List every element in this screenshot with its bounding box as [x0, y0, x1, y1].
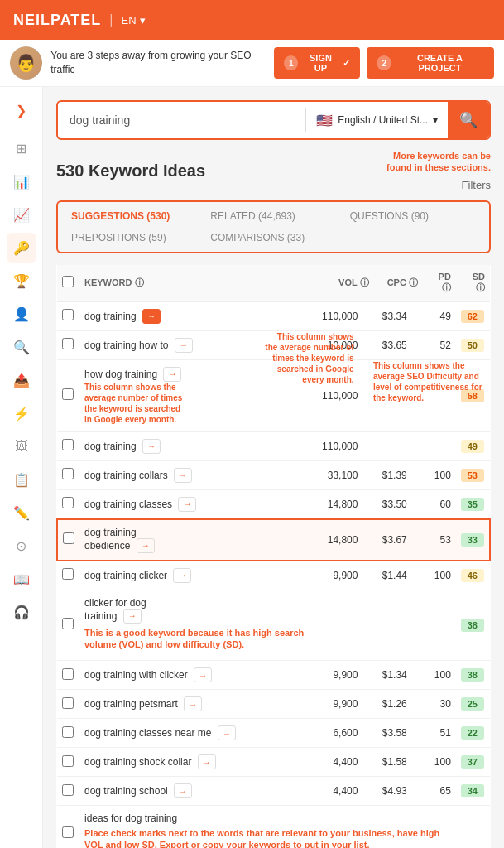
- sidebar-item-export[interactable]: 📤: [7, 365, 36, 395]
- search-icon: 🔍: [459, 111, 478, 129]
- sd-badge: 38: [461, 668, 484, 682]
- sidebar-item-support[interactable]: 🎧: [7, 597, 36, 627]
- row-checkbox[interactable]: [62, 338, 74, 349]
- row-checkbox[interactable]: [62, 309, 74, 320]
- annotation-checkmarks: Place check marks next to the words that…: [84, 827, 451, 848]
- logo: NEILPATEL: [13, 12, 101, 29]
- keyword-link-button[interactable]: →: [178, 497, 196, 512]
- vol-value: 14,800: [313, 519, 363, 561]
- table-row: dog training petsmart → 9,900 $1.26 30 2…: [57, 690, 490, 719]
- search-input[interactable]: [58, 105, 305, 135]
- header: NEILPATEL | EN ▾: [0, 0, 504, 40]
- keyword-text: dog training school: [84, 785, 168, 797]
- banner: 👨 You are 3 steps away from growing your…: [0, 40, 504, 87]
- sidebar-item-keywords[interactable]: 🔑: [7, 233, 36, 263]
- keyword-link-button[interactable]: →: [194, 667, 212, 682]
- keyword-text: dog training: [84, 440, 137, 451]
- cpc-value: $3.58: [374, 719, 412, 748]
- keyword-text: dog training collars: [84, 469, 168, 480]
- sidebar-toggle[interactable]: ❯: [8, 97, 35, 123]
- row-checkbox[interactable]: [62, 388, 74, 400]
- row-checkbox[interactable]: [62, 755, 74, 767]
- vol-value: 10,000 This column shows the average num…: [313, 330, 363, 359]
- col-sd: SD ⓘ: [456, 265, 490, 301]
- keyword-link-button[interactable]: →: [137, 538, 155, 553]
- keyword-link-button[interactable]: →: [174, 468, 192, 483]
- row-checkbox[interactable]: [62, 468, 74, 479]
- cpc-value: $3.34: [374, 301, 412, 331]
- sidebar-item-speed[interactable]: ⚡: [7, 398, 36, 428]
- sidebar-item-analytics[interactable]: 📊: [7, 166, 36, 196]
- row-checkbox[interactable]: [62, 784, 74, 796]
- sidebar-item-list[interactable]: 📋: [7, 465, 36, 494]
- sidebar-item-chart[interactable]: 📈: [7, 200, 36, 229]
- sd-badge: 35: [461, 498, 484, 511]
- keyword-link-button[interactable]: →: [163, 367, 181, 382]
- annotation-seo-text: This column shows the average SEO Diffic…: [373, 360, 489, 403]
- tab-prepositions[interactable]: PREPOSITIONS (59): [65, 229, 204, 247]
- sidebar-item-edit[interactable]: ✏️: [7, 498, 36, 528]
- sidebar-item-users[interactable]: 👤: [7, 299, 36, 329]
- banner-line1: You are 3 steps away from: [50, 50, 168, 61]
- keyword-text: dog training how to: [84, 339, 168, 350]
- row-checkbox[interactable]: [62, 618, 74, 629]
- row-checkbox[interactable]: [62, 826, 74, 838]
- sidebar-item-rankings[interactable]: 🏆: [7, 266, 36, 296]
- vol-value: 14,800: [313, 489, 363, 519]
- sd-badge: 25: [461, 697, 484, 711]
- keyword-link-button[interactable]: →: [142, 309, 161, 324]
- keyword-link-button[interactable]: →: [198, 754, 216, 769]
- row-checkbox[interactable]: [62, 497, 74, 508]
- sd-badge: 38: [461, 619, 484, 632]
- keywords-table: KEYWORD ⓘ VOL ⓘ CPC ⓘ PD ⓘ SD ⓘ dog trai…: [56, 265, 491, 848]
- cpc-value: $3.67: [374, 519, 412, 561]
- avatar-image: 👨: [10, 46, 42, 80]
- keyword-ideas-title: 530 Keyword Ideas: [56, 161, 205, 181]
- pd-value: 30: [423, 690, 456, 719]
- tab-questions[interactable]: QUESTIONS (90): [343, 207, 482, 225]
- sidebar-item-dashboard[interactable]: ⊞: [7, 133, 36, 163]
- tab-related[interactable]: RELATED (44,693): [204, 207, 343, 225]
- table-row: ideas for dog training Place check marks…: [57, 806, 490, 848]
- row-checkbox[interactable]: [62, 726, 74, 738]
- select-all-checkbox[interactable]: [62, 276, 74, 287]
- filters-button[interactable]: Filters: [462, 179, 491, 191]
- sidebar-item-book[interactable]: 📖: [7, 564, 36, 594]
- keyword-link-button[interactable]: →: [184, 696, 202, 711]
- language-dropdown[interactable]: 🇺🇸 English / United St... ▾: [306, 106, 448, 135]
- tab-suggestions[interactable]: SUGGESTIONS (530): [65, 207, 204, 225]
- signup-button[interactable]: 1 SIGN UP ✓: [274, 47, 360, 79]
- pd-value: [423, 431, 456, 460]
- row-checkbox[interactable]: [62, 568, 74, 580]
- main-layout: ❯ ⊞ 📊 📈 🔑 🏆 👤 🔍 📤 ⚡ 🖼 📋 ✏️ ⊙ 📖 🎧 🇺🇸 Engl…: [0, 87, 504, 848]
- table-row: dog training classes → 14,800 $3.50 60 3…: [57, 489, 490, 519]
- create-project-button[interactable]: 2 CREATE A PROJECT: [367, 47, 494, 79]
- sd-badge: 49: [461, 440, 484, 453]
- row-checkbox[interactable]: [62, 668, 74, 680]
- sd-badge: [461, 833, 484, 836]
- keyword-link-button[interactable]: →: [173, 568, 191, 583]
- row-checkbox[interactable]: [62, 697, 74, 709]
- keyword-link-button[interactable]: →: [175, 338, 193, 353]
- sidebar-item-search[interactable]: 🔍: [7, 332, 36, 362]
- keyword-link-button[interactable]: →: [123, 609, 142, 624]
- table-row: dog training collars → 33,100 $1.39 100 …: [57, 460, 490, 489]
- row-checkbox[interactable]: [63, 532, 74, 544]
- table-row-highlighted: dog trainingobedience → 14,800 $3.67 53 …: [57, 519, 490, 561]
- keyword-link-button[interactable]: →: [218, 725, 236, 740]
- keyword-link-button[interactable]: →: [142, 439, 161, 454]
- vol-value: 33,100: [313, 460, 363, 489]
- search-button[interactable]: 🔍: [448, 102, 489, 138]
- sd-badge: 33: [461, 533, 484, 547]
- sd-badge: 22: [461, 726, 484, 740]
- row-checkbox[interactable]: [62, 439, 74, 450]
- sidebar-item-target[interactable]: ⊙: [7, 531, 36, 561]
- cpc-value: $1.34: [374, 661, 412, 690]
- table-row: dog training shock collar → 4,400 $1.58 …: [57, 748, 490, 777]
- sidebar-item-image[interactable]: 🖼: [7, 431, 36, 461]
- sd-badge: 37: [461, 755, 484, 768]
- pd-value: 60: [423, 489, 456, 519]
- tab-comparisons[interactable]: COMPARISONS (33): [204, 229, 343, 247]
- language-selector[interactable]: EN ▾: [122, 14, 146, 26]
- keyword-link-button[interactable]: →: [174, 783, 192, 798]
